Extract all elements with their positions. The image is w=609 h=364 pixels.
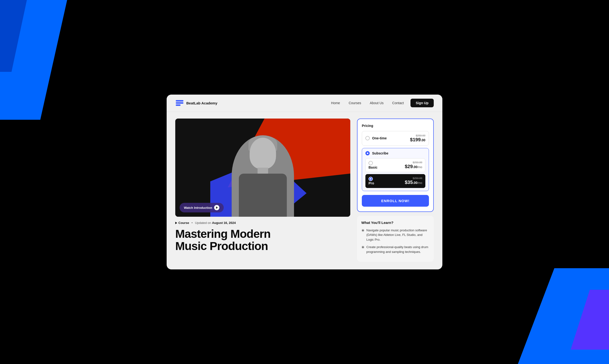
basic-label: Basic xyxy=(369,166,377,169)
pricing-card: Pricing One-time $250.00 $199.00 xyxy=(357,118,434,212)
nav-about[interactable]: About Us xyxy=(370,101,384,105)
person-body xyxy=(239,174,287,217)
pricing-title: Pricing xyxy=(362,124,429,128)
watch-intro-button[interactable]: Watch Introduction xyxy=(180,203,224,212)
person-photo xyxy=(232,135,294,217)
nav-links: Home Courses About Us Contact xyxy=(331,101,404,105)
logo-icon xyxy=(175,99,184,107)
subscribe-label: Subscribe xyxy=(372,151,388,155)
pro-left: Pro xyxy=(369,177,374,185)
svg-rect-1 xyxy=(176,102,183,104)
pro-radio xyxy=(369,177,373,181)
update-date: August 16, 2024 xyxy=(212,221,236,225)
asterisk-icon-1: ✳ xyxy=(361,228,364,234)
one-time-current: $199.00 xyxy=(410,137,425,142)
signup-button[interactable]: Sign Up xyxy=(411,99,434,107)
meta-line: Course • Updated on August 16, 2024 xyxy=(175,221,350,225)
one-time-radio xyxy=(365,136,370,140)
one-time-label: One-time xyxy=(372,136,387,140)
navbar: BeatLab Academy Home Courses About Us Co… xyxy=(167,95,442,112)
asterisk-icon-2: ✳ xyxy=(361,245,364,250)
pro-current: $35.00/mo xyxy=(405,180,422,185)
person-head xyxy=(249,138,276,169)
separator-dot: • xyxy=(192,221,193,225)
svg-rect-2 xyxy=(176,104,180,106)
play-icon xyxy=(214,205,219,210)
video-person xyxy=(217,118,308,217)
learn-text-1: Navigate popular music production softwa… xyxy=(366,228,429,242)
course-title: Mastering Modern Music Production xyxy=(175,228,350,252)
updated-text: Updated on August 16, 2024 xyxy=(195,221,236,225)
subscribe-header: Subscribe xyxy=(365,151,425,156)
pro-label: Pro xyxy=(369,181,374,185)
one-time-price: $250.00 $199.00 xyxy=(410,134,425,143)
svg-rect-0 xyxy=(176,100,183,102)
main-content: Watch Introduction Course • Updated on A… xyxy=(167,112,442,270)
watch-intro-label: Watch Introduction xyxy=(184,206,212,209)
left-column: Watch Introduction Course • Updated on A… xyxy=(175,118,350,252)
nav-courses[interactable]: Courses xyxy=(349,101,361,105)
sub-options: Basic $250.00 $29.00/mo xyxy=(365,158,425,188)
one-time-original: $250.00 xyxy=(410,134,425,137)
play-triangle xyxy=(216,207,218,209)
course-tag: Course xyxy=(175,221,189,225)
right-column: Pricing One-time $250.00 $199.00 xyxy=(357,118,434,262)
video-background xyxy=(175,118,350,217)
logo[interactable]: BeatLab Academy xyxy=(175,99,218,107)
basic-current: $29.00/mo xyxy=(405,164,422,169)
learn-card: What You'll Learn? ✳ Navigate popular mu… xyxy=(357,216,434,262)
nav-contact[interactable]: Contact xyxy=(392,101,404,105)
nav-home[interactable]: Home xyxy=(331,101,340,105)
course-play-icon xyxy=(175,222,177,224)
logo-text: BeatLab Academy xyxy=(186,101,218,106)
learn-item-1: ✳ Navigate popular music production soft… xyxy=(361,228,429,242)
basic-option[interactable]: Basic $250.00 $29.00/mo xyxy=(365,158,425,172)
one-time-left: One-time xyxy=(365,136,387,140)
learn-title: What You'll Learn? xyxy=(361,221,429,225)
pro-option[interactable]: Pro $250.00 $35.00/mo xyxy=(365,174,425,188)
video-thumbnail: Watch Introduction xyxy=(175,118,350,217)
learn-item-2: ✳ Create professional-quality beats usin… xyxy=(361,245,429,254)
course-title-line1: Mastering Modern xyxy=(175,228,270,240)
enroll-button[interactable]: ENROLL NOW! xyxy=(362,195,429,207)
main-card: BeatLab Academy Home Courses About Us Co… xyxy=(167,95,442,270)
basic-price: $250.00 $29.00/mo xyxy=(405,161,422,169)
one-time-option[interactable]: One-time $250.00 $199.00 xyxy=(362,131,429,146)
course-type: Course xyxy=(178,221,189,225)
basic-radio xyxy=(369,161,373,165)
learn-text-2: Create professional-quality beats using … xyxy=(366,245,429,254)
subscribe-radio xyxy=(365,151,370,156)
course-title-line2: Music Production xyxy=(175,240,268,252)
basic-left: Basic xyxy=(369,161,377,169)
pro-price: $250.00 $35.00/mo xyxy=(405,177,422,185)
pro-original: $250.00 xyxy=(405,177,422,180)
basic-original: $250.00 xyxy=(405,161,422,164)
subscribe-option[interactable]: Subscribe Basic $250.00 xyxy=(362,148,429,191)
